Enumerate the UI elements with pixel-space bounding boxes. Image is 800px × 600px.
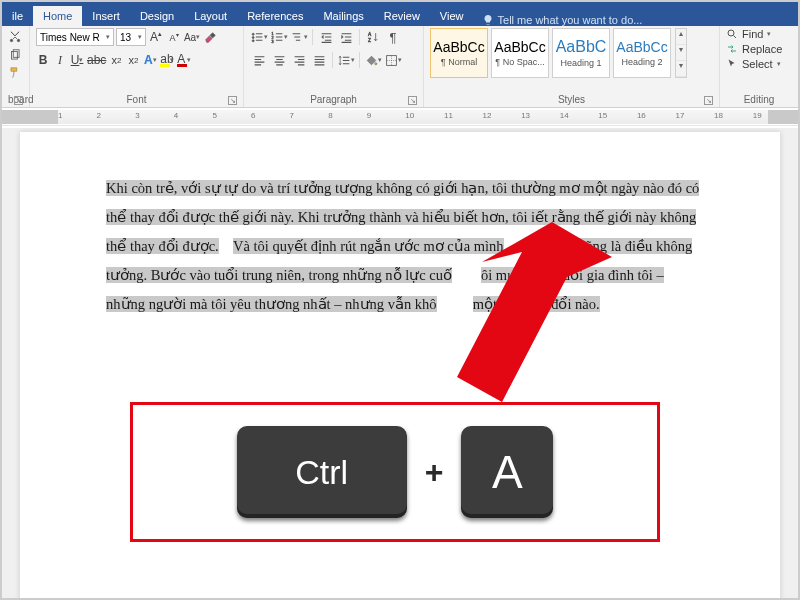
- align-left-button[interactable]: [250, 51, 268, 69]
- replace-button[interactable]: Replace: [726, 43, 792, 55]
- tab-home[interactable]: Home: [33, 6, 82, 26]
- font-color-button[interactable]: A▾: [177, 51, 191, 69]
- ruler-tick: 15: [598, 111, 607, 120]
- style-normal[interactable]: AaBbCc ¶ Normal: [430, 28, 488, 78]
- ruler-tick: 10: [405, 111, 414, 120]
- clear-formatting-button[interactable]: [202, 28, 218, 46]
- underline-button[interactable]: U▾: [70, 51, 84, 69]
- bullets-button[interactable]: ▾: [250, 28, 268, 46]
- cut-icon[interactable]: [8, 30, 22, 44]
- change-case-button[interactable]: Aa▾: [184, 28, 200, 46]
- align-right-button[interactable]: [290, 51, 308, 69]
- styles-gallery-scroll[interactable]: ▴ ▾ ▾: [675, 28, 687, 78]
- selected-text-line: tưởng. Bước vào tuổi trung niên, trong n…: [106, 267, 452, 283]
- decrease-indent-button[interactable]: [317, 28, 335, 46]
- more-styles-icon[interactable]: ▾: [676, 61, 686, 77]
- chevron-up-icon[interactable]: ▴: [676, 29, 686, 45]
- svg-point-2: [252, 33, 254, 35]
- ruler-tick: 8: [328, 111, 332, 120]
- svg-point-10: [374, 62, 376, 64]
- dialog-launcher-icon[interactable]: ↘: [228, 96, 237, 105]
- dialog-launcher-icon[interactable]: ↘: [14, 96, 23, 105]
- ruler-tick: 5: [212, 111, 216, 120]
- ruler-tick: 13: [521, 111, 530, 120]
- dialog-launcher-icon[interactable]: ↘: [408, 96, 417, 105]
- borders-icon: [385, 54, 398, 67]
- borders-button[interactable]: ▾: [384, 51, 402, 69]
- group-label-clipboard: board↘: [8, 93, 23, 107]
- align-left-icon: [253, 54, 266, 67]
- multilevel-list-button[interactable]: ▾: [290, 28, 308, 46]
- tell-me-search[interactable]: Tell me what you want to do...: [474, 14, 651, 26]
- shrink-font-button[interactable]: A▾: [166, 28, 182, 46]
- group-clipboard: board↘: [2, 26, 30, 107]
- chevron-down-icon: ▾: [138, 33, 142, 41]
- tab-insert[interactable]: Insert: [82, 6, 130, 26]
- ruler-tick: 9: [367, 111, 371, 120]
- style-heading1[interactable]: AaBbC Heading 1: [552, 28, 610, 78]
- strikethrough-button[interactable]: abc: [87, 51, 106, 69]
- ruler-tick: 2: [97, 111, 101, 120]
- ruler-tick: 11: [444, 111, 453, 120]
- subscript-button[interactable]: x2: [109, 51, 123, 69]
- group-label-styles: Styles↘: [430, 93, 713, 107]
- svg-text:3: 3: [271, 39, 273, 43]
- chevron-down-icon: ▾: [777, 60, 781, 68]
- tab-file[interactable]: ile: [2, 6, 33, 26]
- eraser-icon: [204, 31, 217, 44]
- tab-layout[interactable]: Layout: [184, 6, 237, 26]
- chevron-down-icon[interactable]: ▾: [676, 45, 686, 61]
- multilevel-icon: [291, 31, 304, 44]
- ribbon: board↘ Times New R▾ 13▾ A▴ A▾ Aa▾ B I U▾…: [2, 26, 798, 108]
- ruler-tick: 3: [135, 111, 139, 120]
- italic-button[interactable]: I: [53, 51, 67, 69]
- group-label-editing: Editing: [726, 93, 792, 107]
- tab-review[interactable]: Review: [374, 6, 430, 26]
- bullets-icon: [251, 31, 264, 44]
- ruler-tick: 4: [174, 111, 178, 120]
- line-spacing-button[interactable]: ▾: [337, 51, 355, 69]
- align-right-icon: [293, 54, 306, 67]
- chevron-down-icon: ▾: [106, 33, 110, 41]
- increase-indent-button[interactable]: [337, 28, 355, 46]
- tell-me-placeholder: Tell me what you want to do...: [498, 14, 643, 26]
- selected-text-line: thể thay đổi được.: [106, 238, 219, 254]
- find-button[interactable]: Find▾: [726, 28, 792, 40]
- format-painter-icon[interactable]: [8, 66, 22, 80]
- tab-design[interactable]: Design: [130, 6, 184, 26]
- ruler-tick: 14: [560, 111, 569, 120]
- bucket-icon: [365, 54, 378, 67]
- highlight-button[interactable]: ab▾: [160, 51, 174, 69]
- sort-button[interactable]: AZ: [364, 28, 382, 46]
- font-size-combo[interactable]: 13▾: [116, 28, 146, 46]
- sort-icon: AZ: [367, 31, 380, 44]
- ribbon-tabstrip: ile Home Insert Design Layout References…: [2, 2, 798, 26]
- numbering-button[interactable]: 123▾: [270, 28, 288, 46]
- svg-point-3: [252, 36, 254, 38]
- replace-icon: [726, 43, 738, 55]
- show-marks-button[interactable]: ¶: [384, 28, 402, 46]
- align-center-button[interactable]: [270, 51, 288, 69]
- font-name-combo[interactable]: Times New R▾: [36, 28, 114, 46]
- grow-font-button[interactable]: A▴: [148, 28, 164, 46]
- justify-button[interactable]: [310, 51, 328, 69]
- tab-mailings[interactable]: Mailings: [313, 6, 373, 26]
- tab-references[interactable]: References: [237, 6, 313, 26]
- horizontal-ruler[interactable]: 12345678910111213141516171819: [2, 108, 798, 126]
- chevron-down-icon: ▾: [767, 30, 771, 38]
- bold-button[interactable]: B: [36, 51, 50, 69]
- shortcut-illustration: Ctrl + A: [130, 402, 660, 542]
- group-font: Times New R▾ 13▾ A▴ A▾ Aa▾ B I U▾ abc x2…: [30, 26, 244, 107]
- document-text[interactable]: Khi còn trẻ, với sự tự do và trí tưởng t…: [106, 174, 716, 319]
- superscript-button[interactable]: x2: [126, 51, 140, 69]
- tab-view[interactable]: View: [430, 6, 474, 26]
- shading-button[interactable]: ▾: [364, 51, 382, 69]
- copy-icon[interactable]: [8, 48, 22, 62]
- style-no-spacing[interactable]: AaBbCc ¶ No Spac...: [491, 28, 549, 78]
- style-heading2[interactable]: AaBbCc Heading 2: [613, 28, 671, 78]
- text-effects-button[interactable]: A▾: [143, 51, 157, 69]
- dialog-launcher-icon[interactable]: ↘: [704, 96, 713, 105]
- search-icon: [726, 28, 738, 40]
- ruler-tick: 12: [483, 111, 492, 120]
- select-button[interactable]: Select▾: [726, 58, 792, 70]
